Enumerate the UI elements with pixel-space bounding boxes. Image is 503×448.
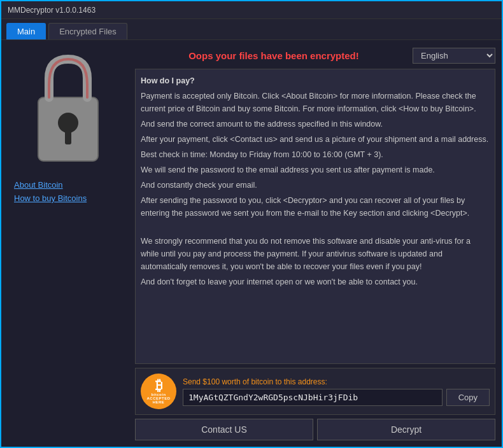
instruction-p4: Best check in time: Monday to Friday fro…	[141, 148, 490, 161]
bitcoin-right: Send $100 worth of bitcoin to this addre…	[183, 377, 490, 406]
instruction-p5: We will send the password to the email a…	[141, 164, 490, 176]
instruction-p7: After sending the password to you, click…	[141, 194, 490, 220]
instructions-text: How do I pay? Payment is accepted only B…	[135, 69, 495, 364]
language-selector[interactable]: English Russian German French Spanish	[413, 48, 495, 64]
tab-main[interactable]: Main	[6, 23, 46, 39]
right-panel: Oops your files have been encrypted! Eng…	[135, 46, 495, 440]
bitcoin-symbol: ₿	[155, 379, 162, 393]
title-bar: MMDecryptor v1.0.0.1463	[1, 1, 502, 19]
bottom-buttons: Contact US Decrypt	[135, 419, 495, 440]
decrypt-button[interactable]: Decrypt	[317, 419, 495, 440]
tab-bar: Main Encrypted Files	[1, 19, 502, 40]
window-title: MMDecryptor v1.0.0.1463	[8, 6, 96, 15]
bitcoin-section: ₿ bitcoin ACCEPTED HERE Send $100 worth …	[135, 368, 495, 415]
oops-message: Oops your files have been encrypted!	[135, 50, 413, 61]
instruction-p2: And send the correct amount to the addre…	[141, 118, 490, 130]
instruction-p3: After your payment, click <Contact us> a…	[141, 133, 490, 146]
main-content: About Bitcoin How to buy Bitcoins Oops y…	[1, 40, 502, 447]
top-bar: Oops your files have been encrypted! Eng…	[135, 46, 495, 65]
copy-button[interactable]: Copy	[446, 389, 490, 406]
about-bitcoin-link[interactable]: About Bitcoin	[14, 180, 129, 190]
send-label: Send $100 worth of bitcoin to this addre…	[183, 377, 490, 386]
lock-icon	[17, 46, 119, 174]
svg-point-1	[58, 113, 78, 133]
instructions-heading: How do I pay?	[141, 74, 490, 87]
svg-rect-2	[65, 130, 71, 144]
instruction-p9: And don't forget to leave your internet …	[141, 276, 490, 288]
left-panel: About Bitcoin How to buy Bitcoins	[8, 46, 129, 440]
bitcoin-address-input[interactable]	[183, 389, 443, 406]
instruction-p8: We strongly recommend that you do not re…	[141, 235, 490, 273]
instruction-p6: And constantly check your email.	[141, 179, 490, 192]
how-to-buy-link[interactable]: How to buy Bitcoins	[14, 193, 129, 203]
contact-us-button[interactable]: Contact US	[135, 419, 313, 440]
instruction-p1: Payment is accepted only Bitcoin. Click …	[141, 90, 490, 115]
tab-encrypted-files[interactable]: Encrypted Files	[48, 23, 127, 39]
links-section: About Bitcoin How to buy Bitcoins	[8, 180, 129, 207]
bitcoin-accepted-text: ACCEPTED HERE	[141, 396, 176, 404]
bitcoin-logo: ₿ bitcoin ACCEPTED HERE	[141, 374, 176, 409]
address-row: Copy	[183, 389, 490, 406]
